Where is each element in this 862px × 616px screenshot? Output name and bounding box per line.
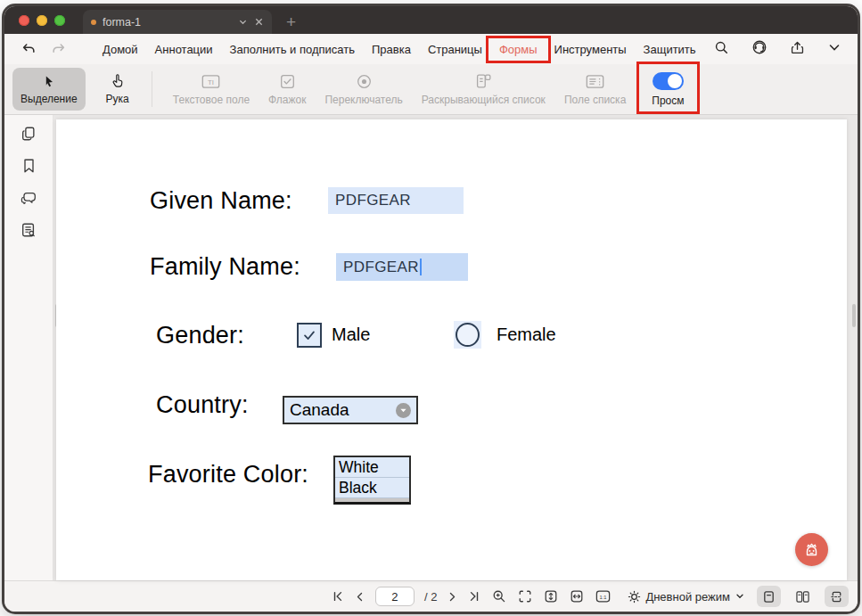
radio-button-icon (357, 73, 372, 90)
single-page-view-button[interactable] (757, 586, 781, 607)
favorite-color-label: Favorite Color: (148, 461, 308, 489)
svg-text:TI: TI (208, 78, 214, 86)
left-sidebar (4, 115, 53, 580)
listbox-option-white[interactable]: White (335, 457, 409, 478)
listbox-tool-button[interactable]: Поле списка (564, 73, 626, 106)
next-page-icon[interactable] (447, 591, 458, 603)
pdf-page: Given Name: PDFGEAR Family Name: PDFGEAR… (56, 119, 847, 580)
checkbox-tool-label: Флажок (268, 94, 306, 106)
traffic-lights (19, 6, 65, 34)
previous-page-icon[interactable] (354, 591, 365, 603)
sun-icon (628, 590, 641, 604)
text-field-tool-button[interactable]: TI Текстовое поле (173, 73, 250, 106)
country-label: Country: (156, 391, 249, 419)
day-mode-selector[interactable]: Дневной режим (628, 590, 745, 604)
tab-title: forma-1 (103, 16, 232, 29)
listbox-option-black[interactable]: Black (335, 478, 409, 498)
tab-chevron-down-icon[interactable] (238, 17, 248, 27)
menu-item-protect[interactable]: Защитить (644, 41, 696, 58)
fit-controls: 1:1 (518, 589, 611, 604)
menu-item-annotations[interactable]: Аннотации (155, 41, 213, 58)
hand-icon (111, 72, 124, 89)
checkbox-tool-button[interactable]: Флажок (268, 73, 306, 106)
bookmarks-icon[interactable] (20, 157, 37, 175)
mode-chevron-icon (735, 591, 745, 602)
male-checkbox[interactable] (297, 323, 322, 348)
continuous-scroll-view-button[interactable] (825, 586, 849, 607)
text-caret (420, 259, 422, 275)
text-field-label: Текстовое поле (173, 94, 250, 106)
menu-item-edit[interactable]: Правка (372, 41, 411, 58)
radio-tool-label: Переключатель (324, 94, 402, 106)
hand-tool-button[interactable]: Рука (104, 68, 131, 111)
gender-label: Gender: (156, 322, 244, 349)
menu-item-pages[interactable]: Страницы (428, 41, 482, 58)
panel-resize-handle[interactable] (852, 304, 856, 327)
zoom-in-icon[interactable] (492, 589, 506, 604)
zoom-window-button[interactable] (54, 15, 65, 26)
undo-icon[interactable] (21, 41, 37, 57)
menu-item-forms[interactable]: Формы (499, 41, 538, 58)
tab-close-icon[interactable] (254, 17, 264, 27)
title-bar: forma-1 + (4, 6, 858, 34)
hand-tool-label: Рука (106, 93, 129, 105)
family-name-field[interactable]: PDFGEAR (336, 253, 468, 281)
redo-icon[interactable] (51, 41, 67, 57)
menu-items: Домой Аннотации Заполнить и подписать Пр… (103, 41, 696, 58)
page-number-input[interactable] (375, 587, 415, 606)
fit-page-icon[interactable] (518, 589, 532, 604)
search-icon[interactable] (714, 40, 729, 59)
dropdown-list-icon (475, 73, 492, 90)
document-tab[interactable]: forma-1 (83, 10, 272, 34)
first-page-icon[interactable] (332, 590, 344, 603)
close-window-button[interactable] (19, 15, 29, 26)
favorite-color-listbox[interactable]: White Black (333, 456, 411, 505)
document-area: Given Name: PDFGEAR Family Name: PDFGEAR… (4, 115, 858, 580)
page-thumbnails-icon[interactable] (20, 125, 37, 143)
family-name-value: PDFGEAR (343, 259, 419, 276)
svg-text:1:1: 1:1 (600, 595, 607, 600)
app-window: forma-1 + Домой Аннотации Заполнить и по… (4, 6, 858, 612)
menu-item-home[interactable]: Домой (103, 41, 138, 58)
support-icon[interactable] (751, 39, 768, 59)
new-tab-button[interactable]: + (286, 10, 296, 34)
given-name-label: Given Name: (150, 187, 292, 215)
assistant-robot-button[interactable] (795, 533, 828, 566)
cursor-arrow-icon (42, 72, 56, 89)
fit-width-icon[interactable] (570, 589, 584, 604)
day-mode-label: Дневной режим (645, 590, 730, 604)
status-bar: / 2 1:1 (4, 580, 858, 612)
menu-item-tools[interactable]: Инструменты (554, 41, 627, 58)
comments-icon[interactable] (20, 189, 37, 207)
dropdown-tool-button[interactable]: Раскрывающийся список (422, 73, 546, 106)
menu-item-forms-label: Формы (499, 43, 538, 56)
last-page-icon[interactable] (468, 590, 480, 603)
radio-tool-button[interactable]: Переключатель (324, 73, 402, 106)
menu-bar: Домой Аннотации Заполнить и подписать Пр… (4, 34, 858, 64)
female-radio[interactable] (454, 321, 481, 349)
unsaved-dot-icon (91, 20, 96, 25)
signatures-icon[interactable] (20, 221, 37, 239)
menu-right-icons (714, 39, 841, 59)
text-field-icon: TI (201, 73, 220, 90)
actual-size-icon[interactable]: 1:1 (595, 589, 611, 604)
menu-item-fill-sign[interactable]: Заполнить и подписать (230, 41, 355, 58)
share-icon[interactable] (790, 40, 805, 59)
fit-height-icon[interactable] (544, 589, 558, 604)
preview-toggle-group: Просм (652, 72, 684, 107)
two-page-view-button[interactable] (791, 586, 815, 607)
male-option-label: Male (332, 324, 370, 345)
select-tool-button[interactable]: Выделение (12, 68, 86, 111)
collapse-toolbar-chevron-icon[interactable] (827, 40, 841, 58)
toolbar-divider (152, 71, 152, 107)
country-dropdown[interactable]: Canada (283, 396, 418, 424)
page-total-label: / 2 (424, 590, 437, 604)
preview-toggle[interactable] (653, 72, 684, 90)
female-option-label: Female (497, 324, 556, 345)
minimize-window-button[interactable] (37, 15, 47, 26)
forms-toolbar: Выделение Рука TI Текстовое поле Флажок (4, 64, 858, 115)
toggle-knob (668, 74, 682, 88)
dropdown-chevron-icon[interactable] (396, 403, 411, 418)
listbox-scroll-strip (335, 498, 409, 502)
given-name-field[interactable]: PDFGEAR (328, 187, 464, 214)
